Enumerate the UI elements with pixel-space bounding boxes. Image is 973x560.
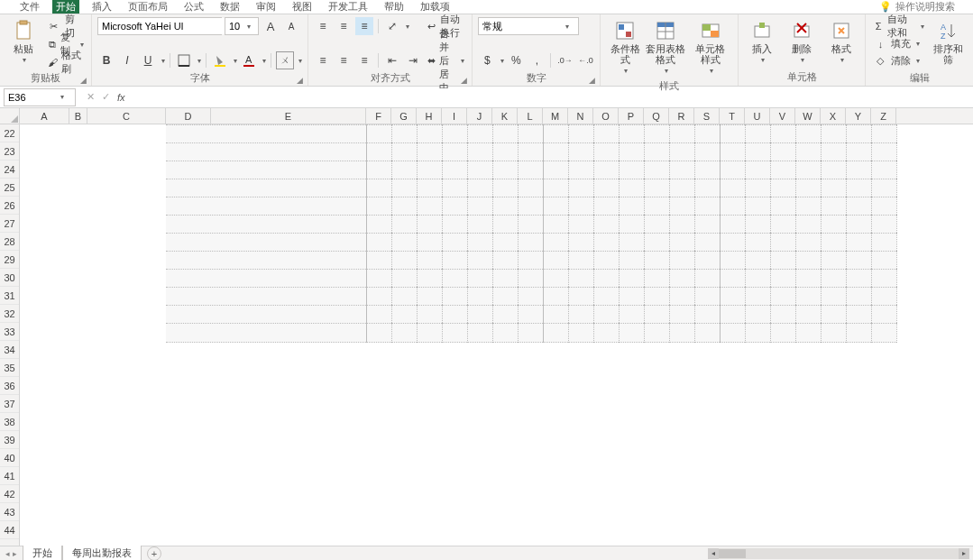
column-header-W[interactable]: W	[795, 108, 821, 124]
font-name-combo[interactable]: ▾	[97, 17, 222, 35]
column-header-M[interactable]: M	[543, 108, 568, 124]
column-header-U[interactable]: U	[745, 108, 770, 124]
increase-decimal-button[interactable]: .0→	[555, 51, 574, 69]
column-header-H[interactable]: H	[417, 108, 442, 124]
row-header-23[interactable]: 23	[0, 142, 19, 161]
table-row[interactable]	[20, 179, 973, 198]
menu-tab-文件[interactable]: 文件	[16, 0, 43, 14]
menu-tab-审阅[interactable]: 审阅	[252, 0, 280, 14]
menu-tab-公式[interactable]: 公式	[180, 0, 207, 14]
spreadsheet-grid[interactable]: ABCDEFGHIJKLMNOPQRSTUVWXYZ 2223242526272…	[0, 108, 973, 546]
row-header-43[interactable]: 43	[0, 503, 19, 521]
dropdown-icon[interactable]: ▾	[197, 57, 201, 65]
row-header-32[interactable]: 32	[0, 305, 19, 323]
row-header-39[interactable]: 39	[0, 431, 19, 449]
dropdown-icon[interactable]: ▾	[234, 57, 237, 65]
row-header-29[interactable]: 29	[0, 251, 19, 269]
add-sheet-button[interactable]: +	[147, 546, 161, 561]
row-header-44[interactable]: 44	[0, 521, 19, 539]
percent-button[interactable]: %	[507, 51, 525, 69]
cell-styles-button[interactable]: 单元格样式 ▾	[688, 17, 733, 78]
sheet-tab-每周出勤报表[interactable]: 每周出勤报表	[62, 545, 142, 561]
name-box-input[interactable]	[5, 92, 59, 103]
column-header-Q[interactable]: Q	[644, 108, 669, 124]
column-header-Y[interactable]: Y	[846, 108, 871, 124]
align-left-button[interactable]: ≡	[314, 51, 332, 69]
table-row[interactable]	[20, 233, 973, 252]
number-format-input[interactable]	[479, 18, 564, 34]
bold-button[interactable]: B	[97, 51, 115, 69]
phonetic-button[interactable]: ㄨ	[276, 51, 294, 69]
row-header-42[interactable]: 42	[0, 485, 19, 503]
table-row[interactable]	[20, 323, 973, 343]
accounting-button[interactable]: $	[478, 51, 496, 69]
merge-center-button[interactable]: ⬌ 合并后居中 ▾	[426, 51, 466, 69]
row-header-28[interactable]: 28	[0, 233, 19, 251]
dropdown-icon[interactable]: ▾	[161, 57, 165, 65]
column-header-R[interactable]: R	[669, 108, 694, 124]
dropdown-icon[interactable]: ▾	[565, 23, 569, 31]
menu-tab-开发工具[interactable]: 开发工具	[325, 0, 372, 14]
column-header-O[interactable]: O	[593, 108, 619, 124]
dialog-launcher[interactable]: ◢	[78, 76, 87, 85]
column-header-K[interactable]: K	[492, 108, 518, 124]
column-header-P[interactable]: P	[619, 108, 644, 124]
table-row[interactable]	[20, 142, 973, 162]
row-header-26[interactable]: 26	[0, 197, 19, 215]
insert-cells-button[interactable]: 插入 ▾	[744, 17, 780, 67]
conditional-format-button[interactable]: 条件格式 ▾	[606, 17, 643, 78]
table-row[interactable]	[20, 251, 973, 271]
sheet-tab-开始[interactable]: 开始	[23, 545, 62, 561]
table-format-button[interactable]: 套用表格格式 ▾	[647, 17, 684, 78]
align-bottom-button[interactable]: ≡	[355, 17, 373, 35]
table-row[interactable]	[20, 197, 973, 216]
table-row[interactable]	[20, 124, 973, 144]
format-cells-button[interactable]: 格式 ▾	[823, 17, 859, 67]
orientation-button[interactable]: ⤢	[383, 17, 401, 35]
column-header-V[interactable]: V	[770, 108, 795, 124]
table-row[interactable]	[20, 305, 973, 325]
decrease-indent-button[interactable]: ⇤	[383, 51, 401, 69]
number-format-combo[interactable]: ▾	[478, 17, 579, 35]
dropdown-icon[interactable]: ▾	[247, 23, 251, 31]
dialog-launcher[interactable]: ◢	[587, 76, 596, 85]
column-header-I[interactable]: I	[442, 108, 467, 124]
menu-tab-帮助[interactable]: 帮助	[381, 0, 408, 14]
column-headers[interactable]: ABCDEFGHIJKLMNOPQRSTUVWXYZ	[20, 108, 973, 124]
table-row[interactable]	[20, 215, 973, 234]
name-box[interactable]: ▾	[4, 88, 76, 106]
increase-font-button[interactable]: A	[262, 17, 280, 35]
row-headers[interactable]: 2223242526272829303132333435363738394041…	[0, 124, 20, 546]
clear-button[interactable]: ◇ 清除 ▾	[871, 52, 925, 69]
row-header-36[interactable]: 36	[0, 377, 19, 395]
sheet-nav-first[interactable]: ◂	[5, 549, 10, 558]
menu-tab-页面布局[interactable]: 页面布局	[124, 0, 171, 14]
cancel-formula-button[interactable]: ✕	[87, 91, 95, 103]
column-header-F[interactable]: F	[366, 108, 391, 124]
enter-formula-button[interactable]: ✓	[102, 91, 110, 103]
font-name-input[interactable]	[98, 18, 230, 34]
row-header-37[interactable]: 37	[0, 395, 19, 413]
row-header-25[interactable]: 25	[0, 179, 19, 197]
select-all-corner[interactable]	[0, 108, 20, 124]
fill-button[interactable]: ↓ 填充 ▾	[871, 35, 925, 52]
decrease-decimal-button[interactable]: ←.0	[576, 51, 594, 69]
font-size-input[interactable]	[225, 18, 245, 34]
dropdown-icon[interactable]: ▾	[298, 57, 302, 65]
dialog-launcher[interactable]: ◢	[295, 76, 304, 85]
scroll-right-button[interactable]: ▸	[959, 548, 969, 559]
dropdown-icon[interactable]: ▾	[262, 57, 266, 65]
row-header-31[interactable]: 31	[0, 287, 19, 305]
fx-button[interactable]: fx	[117, 92, 125, 103]
column-header-A[interactable]: A	[20, 108, 69, 124]
dropdown-icon[interactable]: ▾	[500, 57, 504, 65]
tell-me-search[interactable]: 💡操作说明搜索	[879, 0, 973, 14]
table-row[interactable]	[20, 269, 973, 289]
row-header-34[interactable]: 34	[0, 341, 19, 359]
row-header-38[interactable]: 38	[0, 413, 19, 431]
font-color-button[interactable]: A	[240, 51, 258, 69]
column-header-D[interactable]: D	[166, 108, 211, 124]
row-header-22[interactable]: 22	[0, 124, 19, 142]
row-header-27[interactable]: 27	[0, 215, 19, 233]
menu-tab-视图[interactable]: 视图	[289, 0, 316, 14]
